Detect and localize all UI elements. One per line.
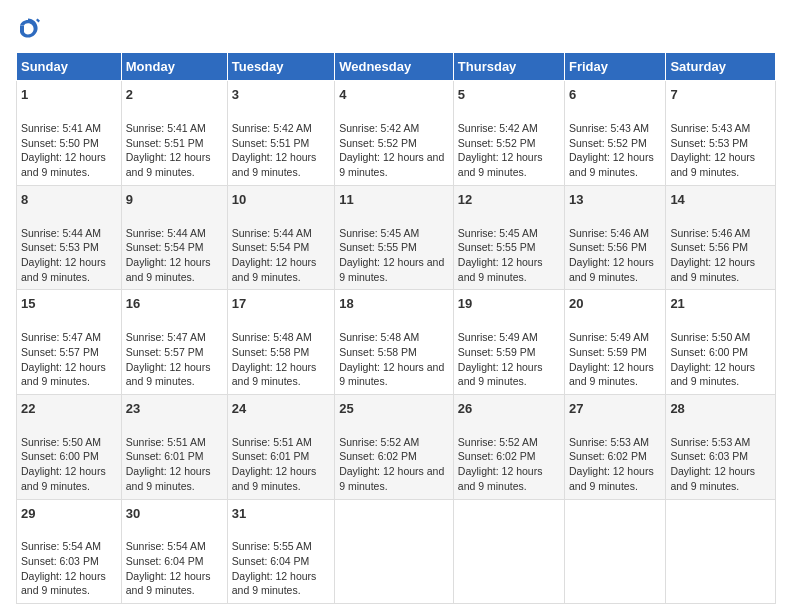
sunrise-text: Sunrise: 5:45 AM bbox=[458, 227, 538, 239]
daylight-text: Daylight: 12 hours and 9 minutes. bbox=[458, 361, 543, 388]
sunrise-text: Sunrise: 5:48 AM bbox=[339, 331, 419, 343]
daylight-text: Daylight: 12 hours and 9 minutes. bbox=[126, 151, 211, 178]
daylight-text: Daylight: 12 hours and 9 minutes. bbox=[126, 465, 211, 492]
calendar-cell: 23Sunrise: 5:51 AMSunset: 6:01 PMDayligh… bbox=[121, 394, 227, 499]
calendar-cell: 6Sunrise: 5:43 AMSunset: 5:52 PMDaylight… bbox=[565, 81, 666, 186]
sunrise-text: Sunrise: 5:47 AM bbox=[21, 331, 101, 343]
sunrise-text: Sunrise: 5:53 AM bbox=[670, 436, 750, 448]
daylight-text: Daylight: 12 hours and 9 minutes. bbox=[339, 465, 444, 492]
calendar-cell: 9Sunrise: 5:44 AMSunset: 5:54 PMDaylight… bbox=[121, 185, 227, 290]
daylight-text: Daylight: 12 hours and 9 minutes. bbox=[21, 256, 106, 283]
sunset-text: Sunset: 5:58 PM bbox=[232, 346, 310, 358]
calendar-cell: 31Sunrise: 5:55 AMSunset: 6:04 PMDayligh… bbox=[227, 499, 334, 604]
daylight-text: Daylight: 12 hours and 9 minutes. bbox=[126, 361, 211, 388]
daylight-text: Daylight: 12 hours and 9 minutes. bbox=[458, 151, 543, 178]
sunset-text: Sunset: 6:00 PM bbox=[21, 450, 99, 462]
sunset-text: Sunset: 6:02 PM bbox=[569, 450, 647, 462]
calendar-cell: 12Sunrise: 5:45 AMSunset: 5:55 PMDayligh… bbox=[453, 185, 564, 290]
sunrise-text: Sunrise: 5:48 AM bbox=[232, 331, 312, 343]
daylight-text: Daylight: 12 hours and 9 minutes. bbox=[670, 256, 755, 283]
daylight-text: Daylight: 12 hours and 9 minutes. bbox=[670, 465, 755, 492]
daylight-text: Daylight: 12 hours and 9 minutes. bbox=[458, 465, 543, 492]
day-header-monday: Monday bbox=[121, 53, 227, 81]
day-number: 27 bbox=[569, 400, 661, 418]
sunset-text: Sunset: 6:03 PM bbox=[21, 555, 99, 567]
day-header-thursday: Thursday bbox=[453, 53, 564, 81]
calendar-cell: 21Sunrise: 5:50 AMSunset: 6:00 PMDayligh… bbox=[666, 290, 776, 395]
day-header-wednesday: Wednesday bbox=[335, 53, 454, 81]
day-number: 19 bbox=[458, 295, 560, 313]
daylight-text: Daylight: 12 hours and 9 minutes. bbox=[232, 151, 317, 178]
calendar-cell: 13Sunrise: 5:46 AMSunset: 5:56 PMDayligh… bbox=[565, 185, 666, 290]
week-row-2: 8Sunrise: 5:44 AMSunset: 5:53 PMDaylight… bbox=[17, 185, 776, 290]
sunset-text: Sunset: 5:57 PM bbox=[126, 346, 204, 358]
calendar-cell: 27Sunrise: 5:53 AMSunset: 6:02 PMDayligh… bbox=[565, 394, 666, 499]
calendar-cell: 28Sunrise: 5:53 AMSunset: 6:03 PMDayligh… bbox=[666, 394, 776, 499]
sunrise-text: Sunrise: 5:49 AM bbox=[569, 331, 649, 343]
sunrise-text: Sunrise: 5:44 AM bbox=[126, 227, 206, 239]
header-row: SundayMondayTuesdayWednesdayThursdayFrid… bbox=[17, 53, 776, 81]
day-number: 7 bbox=[670, 86, 771, 104]
calendar-cell: 4Sunrise: 5:42 AMSunset: 5:52 PMDaylight… bbox=[335, 81, 454, 186]
daylight-text: Daylight: 12 hours and 9 minutes. bbox=[126, 570, 211, 597]
sunset-text: Sunset: 5:50 PM bbox=[21, 137, 99, 149]
day-number: 8 bbox=[21, 191, 117, 209]
day-number: 1 bbox=[21, 86, 117, 104]
week-row-1: 1Sunrise: 5:41 AMSunset: 5:50 PMDaylight… bbox=[17, 81, 776, 186]
day-number: 4 bbox=[339, 86, 449, 104]
day-number: 3 bbox=[232, 86, 330, 104]
day-header-saturday: Saturday bbox=[666, 53, 776, 81]
sunset-text: Sunset: 6:04 PM bbox=[126, 555, 204, 567]
sunrise-text: Sunrise: 5:47 AM bbox=[126, 331, 206, 343]
sunset-text: Sunset: 5:57 PM bbox=[21, 346, 99, 358]
calendar-cell: 3Sunrise: 5:42 AMSunset: 5:51 PMDaylight… bbox=[227, 81, 334, 186]
calendar-cell: 5Sunrise: 5:42 AMSunset: 5:52 PMDaylight… bbox=[453, 81, 564, 186]
page-header bbox=[16, 16, 776, 40]
calendar-cell: 8Sunrise: 5:44 AMSunset: 5:53 PMDaylight… bbox=[17, 185, 122, 290]
day-number: 14 bbox=[670, 191, 771, 209]
daylight-text: Daylight: 12 hours and 9 minutes. bbox=[21, 570, 106, 597]
calendar-cell: 22Sunrise: 5:50 AMSunset: 6:00 PMDayligh… bbox=[17, 394, 122, 499]
sunrise-text: Sunrise: 5:52 AM bbox=[339, 436, 419, 448]
calendar-cell: 11Sunrise: 5:45 AMSunset: 5:55 PMDayligh… bbox=[335, 185, 454, 290]
calendar-cell: 10Sunrise: 5:44 AMSunset: 5:54 PMDayligh… bbox=[227, 185, 334, 290]
daylight-text: Daylight: 12 hours and 9 minutes. bbox=[339, 256, 444, 283]
sunrise-text: Sunrise: 5:53 AM bbox=[569, 436, 649, 448]
day-number: 28 bbox=[670, 400, 771, 418]
day-number: 15 bbox=[21, 295, 117, 313]
daylight-text: Daylight: 12 hours and 9 minutes. bbox=[569, 361, 654, 388]
day-number: 5 bbox=[458, 86, 560, 104]
day-number: 31 bbox=[232, 505, 330, 523]
calendar-cell: 2Sunrise: 5:41 AMSunset: 5:51 PMDaylight… bbox=[121, 81, 227, 186]
sunset-text: Sunset: 5:56 PM bbox=[670, 241, 748, 253]
daylight-text: Daylight: 12 hours and 9 minutes. bbox=[126, 256, 211, 283]
sunrise-text: Sunrise: 5:51 AM bbox=[126, 436, 206, 448]
sunrise-text: Sunrise: 5:42 AM bbox=[339, 122, 419, 134]
day-number: 17 bbox=[232, 295, 330, 313]
calendar-cell bbox=[565, 499, 666, 604]
sunset-text: Sunset: 5:52 PM bbox=[458, 137, 536, 149]
sunset-text: Sunset: 6:01 PM bbox=[126, 450, 204, 462]
sunrise-text: Sunrise: 5:41 AM bbox=[21, 122, 101, 134]
calendar-cell: 29Sunrise: 5:54 AMSunset: 6:03 PMDayligh… bbox=[17, 499, 122, 604]
day-number: 25 bbox=[339, 400, 449, 418]
sunrise-text: Sunrise: 5:42 AM bbox=[232, 122, 312, 134]
sunrise-text: Sunrise: 5:43 AM bbox=[670, 122, 750, 134]
sunset-text: Sunset: 6:00 PM bbox=[670, 346, 748, 358]
calendar-cell: 25Sunrise: 5:52 AMSunset: 6:02 PMDayligh… bbox=[335, 394, 454, 499]
sunrise-text: Sunrise: 5:50 AM bbox=[21, 436, 101, 448]
sunrise-text: Sunrise: 5:50 AM bbox=[670, 331, 750, 343]
daylight-text: Daylight: 12 hours and 9 minutes. bbox=[569, 465, 654, 492]
sunset-text: Sunset: 6:02 PM bbox=[339, 450, 417, 462]
calendar-cell: 17Sunrise: 5:48 AMSunset: 5:58 PMDayligh… bbox=[227, 290, 334, 395]
daylight-text: Daylight: 12 hours and 9 minutes. bbox=[569, 256, 654, 283]
sunset-text: Sunset: 6:02 PM bbox=[458, 450, 536, 462]
logo bbox=[16, 16, 44, 40]
week-row-3: 15Sunrise: 5:47 AMSunset: 5:57 PMDayligh… bbox=[17, 290, 776, 395]
daylight-text: Daylight: 12 hours and 9 minutes. bbox=[232, 465, 317, 492]
day-number: 18 bbox=[339, 295, 449, 313]
sunrise-text: Sunrise: 5:51 AM bbox=[232, 436, 312, 448]
sunset-text: Sunset: 6:03 PM bbox=[670, 450, 748, 462]
daylight-text: Daylight: 12 hours and 9 minutes. bbox=[339, 151, 444, 178]
calendar-cell: 16Sunrise: 5:47 AMSunset: 5:57 PMDayligh… bbox=[121, 290, 227, 395]
